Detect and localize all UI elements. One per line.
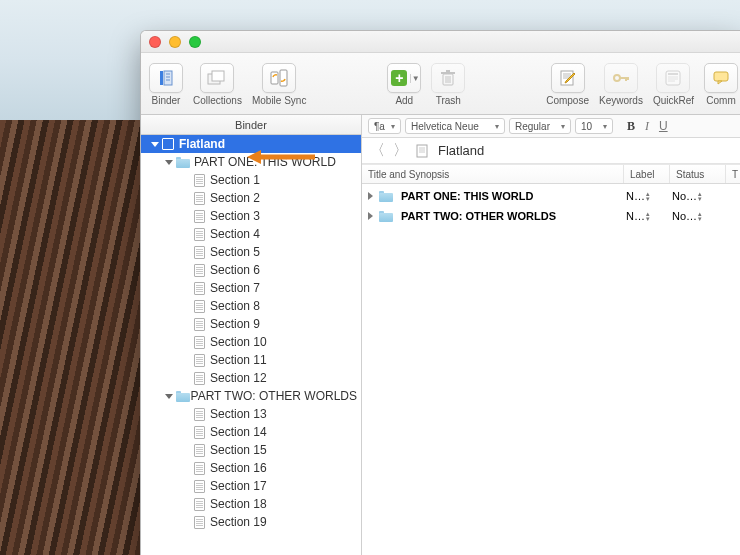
tree-section[interactable]: Section 3: [141, 207, 361, 225]
tree-label: Section 15: [210, 443, 267, 457]
text-doc-icon: [194, 372, 205, 385]
titlebar[interactable]: [141, 31, 740, 53]
tree-section[interactable]: Section 10: [141, 333, 361, 351]
stepper-icon[interactable]: ▴▾: [646, 191, 650, 201]
tree-section[interactable]: Section 8: [141, 297, 361, 315]
disclosure-triangle-icon[interactable]: [368, 212, 373, 220]
outline-title: PART TWO: OTHER WORLDS: [401, 210, 556, 222]
text-doc-icon: [194, 264, 205, 277]
outline-list[interactable]: PART ONE: THIS WORLDN…▴▾No…▴▾PART TWO: O…: [362, 184, 740, 555]
text-doc-icon: [194, 444, 205, 457]
tree-label: Section 12: [210, 371, 267, 385]
col-title-synopsis[interactable]: Title and Synopsis: [362, 165, 624, 183]
toolbar-label: Comm: [706, 95, 735, 106]
tree-label: Section 4: [210, 227, 260, 241]
outline-label[interactable]: N…: [626, 210, 645, 222]
svg-rect-22: [627, 77, 629, 80]
compose-button[interactable]: Compose: [546, 63, 589, 106]
tree-section[interactable]: Section 2: [141, 189, 361, 207]
tree-section[interactable]: Section 19: [141, 513, 361, 531]
underline-button[interactable]: U: [659, 119, 668, 133]
close-icon[interactable]: [149, 36, 161, 48]
tree-section[interactable]: Section 12: [141, 369, 361, 387]
outline-status[interactable]: No…: [672, 190, 697, 202]
minimize-icon[interactable]: [169, 36, 181, 48]
tree-section[interactable]: Section 17: [141, 477, 361, 495]
svg-rect-8: [280, 70, 287, 86]
mobile-sync-button[interactable]: Mobile Sync: [252, 63, 306, 106]
paragraph-style-select[interactable]: ¶a▾: [368, 118, 401, 134]
tree-label: Flatland: [179, 137, 225, 151]
location-title[interactable]: Flatland: [438, 143, 484, 158]
font-family-select[interactable]: Helvetica Neue▾: [405, 118, 505, 134]
tree-label: Section 3: [210, 209, 260, 223]
tree-section[interactable]: Section 18: [141, 495, 361, 513]
svg-rect-6: [212, 71, 224, 81]
col-label[interactable]: Label: [624, 165, 670, 183]
col-status[interactable]: Status: [670, 165, 726, 183]
tree-section[interactable]: Section 13: [141, 405, 361, 423]
add-button[interactable]: +▼ Add: [387, 63, 421, 106]
text-doc-icon: [194, 210, 205, 223]
tree-folder-part2[interactable]: PART TWO: OTHER WORLDS: [141, 387, 361, 405]
tree-section[interactable]: Section 15: [141, 441, 361, 459]
italic-button[interactable]: I: [645, 119, 649, 134]
binder-sidebar: Binder Flatland PART ONE: THIS WORLD Sec…: [141, 115, 362, 555]
tree-section[interactable]: Section 16: [141, 459, 361, 477]
svg-rect-28: [714, 72, 728, 81]
text-doc-icon: [194, 516, 205, 529]
outline-row[interactable]: PART ONE: THIS WORLDN…▴▾No…▴▾: [362, 186, 740, 206]
tree-label: Section 14: [210, 425, 267, 439]
svg-rect-1: [164, 71, 172, 85]
tree-label: Section 5: [210, 245, 260, 259]
svg-rect-29: [417, 145, 427, 157]
binder-button[interactable]: Binder: [149, 63, 183, 106]
outline-title: PART ONE: THIS WORLD: [401, 190, 533, 202]
outline-status[interactable]: No…: [672, 210, 697, 222]
tree-root-flatland[interactable]: Flatland: [141, 135, 361, 153]
zoom-icon[interactable]: [189, 36, 201, 48]
text-doc-icon: [194, 246, 205, 259]
quickref-button[interactable]: QuickRef: [653, 63, 694, 106]
tree-folder-part1[interactable]: PART ONE: THIS WORLD: [141, 153, 361, 171]
outline-row[interactable]: PART TWO: OTHER WORLDSN…▴▾No…▴▾: [362, 206, 740, 226]
trash-button[interactable]: Trash: [431, 63, 465, 106]
col-t[interactable]: T: [726, 165, 740, 183]
tree-section[interactable]: Section 6: [141, 261, 361, 279]
tree-section[interactable]: Section 7: [141, 279, 361, 297]
toolbar-label: Trash: [436, 95, 461, 106]
binder-tree[interactable]: Flatland PART ONE: THIS WORLD Section 1S…: [141, 135, 361, 555]
toolbar: Binder Collections Mobile Sync +▼ Add Tr…: [141, 53, 740, 115]
folder-icon: [379, 211, 393, 222]
folder-icon: [176, 391, 187, 402]
tree-label: PART ONE: THIS WORLD: [194, 155, 336, 169]
font-style-select[interactable]: Regular▾: [509, 118, 571, 134]
tree-label: Section 11: [210, 353, 267, 367]
tree-section[interactable]: Section 9: [141, 315, 361, 333]
tree-label: Section 10: [210, 335, 267, 349]
manuscript-icon: [162, 138, 174, 150]
tree-section[interactable]: Section 5: [141, 243, 361, 261]
tree-section[interactable]: Section 11: [141, 351, 361, 369]
keywords-button[interactable]: Keywords: [599, 63, 643, 106]
tree-label: Section 19: [210, 515, 267, 529]
tree-label: Section 16: [210, 461, 267, 475]
text-doc-icon: [194, 426, 205, 439]
nav-forward-icon[interactable]: 〉: [393, 141, 408, 160]
format-bar: ¶a▾ Helvetica Neue▾ Regular▾ 10▾ B I U: [362, 115, 740, 138]
outline-label[interactable]: N…: [626, 190, 645, 202]
stepper-icon[interactable]: ▴▾: [646, 211, 650, 221]
tree-section[interactable]: Section 1: [141, 171, 361, 189]
font-size-select[interactable]: 10▾: [575, 118, 613, 134]
tree-label: Section 6: [210, 263, 260, 277]
text-doc-icon: [194, 498, 205, 511]
collections-button[interactable]: Collections: [193, 63, 242, 106]
stepper-icon[interactable]: ▴▾: [698, 191, 702, 201]
stepper-icon[interactable]: ▴▾: [698, 211, 702, 221]
bold-button[interactable]: B: [627, 119, 635, 134]
comments-button[interactable]: Comm: [704, 63, 738, 106]
tree-section[interactable]: Section 14: [141, 423, 361, 441]
disclosure-triangle-icon[interactable]: [368, 192, 373, 200]
nav-back-icon[interactable]: 〈: [370, 141, 385, 160]
tree-section[interactable]: Section 4: [141, 225, 361, 243]
